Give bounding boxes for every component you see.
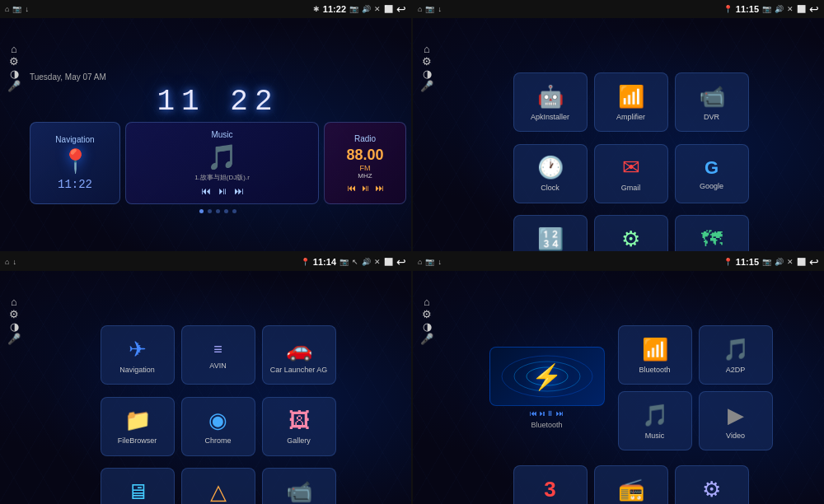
app-google[interactable]: G Google — [675, 144, 749, 203]
window-icon[interactable]: ⬜ — [384, 5, 393, 13]
dvr-icon-1: 📹 — [699, 84, 725, 110]
home-icon-2[interactable]: ⌂ — [418, 5, 422, 13]
camera-icon[interactable]: 📷 — [12, 5, 21, 13]
download-icon-3[interactable]: ↓ — [12, 258, 16, 266]
download-icon-2[interactable]: ↓ — [438, 5, 442, 13]
app-dvr-1[interactable]: 📹 DVR — [675, 72, 749, 132]
download-icon[interactable]: ↓ — [25, 5, 29, 13]
dot-2[interactable] — [208, 209, 212, 213]
side-sliders-icon-4[interactable]: ⚙ — [422, 308, 432, 320]
back-icon-2[interactable]: ↩ — [809, 2, 819, 16]
window-icon-3[interactable]: ⬜ — [384, 258, 393, 266]
app-apkinstaller[interactable]: 🤖 ApkInstaller — [513, 72, 588, 132]
nav-widget[interactable]: Navigation 📍 11:22 — [30, 122, 120, 204]
app-row-1: 🤖 ApkInstaller 📶 Amplifier 📹 DVR — [442, 72, 819, 132]
close-icon-3[interactable]: ✕ — [374, 258, 381, 266]
side-sliders-icon-2[interactable]: ⚙ — [422, 55, 432, 68]
side-home-icon[interactable]: ⌂ — [11, 43, 17, 55]
dot-1[interactable] — [199, 209, 204, 213]
side-mic-icon[interactable]: 🎤 — [7, 80, 21, 92]
radio-play-icon[interactable]: ⏯ — [361, 183, 370, 193]
app-label-google: Google — [700, 182, 723, 190]
close-icon-4[interactable]: ✕ — [787, 258, 794, 266]
camera2-icon-4[interactable]: 📷 — [762, 258, 771, 266]
volume-icon[interactable]: 🔊 — [362, 5, 371, 13]
bt-large-widget[interactable]: ⚡ — [489, 347, 605, 406]
app-dvr-2[interactable]: 📹 DVR — [262, 468, 336, 504]
camera-icon-3[interactable]: 📷 — [339, 258, 349, 266]
side-mic-icon-4[interactable]: 🎤 — [420, 333, 433, 345]
side-contrast-icon-4[interactable]: ◑ — [423, 320, 432, 333]
home-icon[interactable]: ⌂ — [5, 5, 9, 13]
app-radio[interactable]: 📻 Radio — [594, 465, 668, 504]
app-settings[interactable]: ⚙ Settings — [675, 465, 749, 504]
volume-icon-4[interactable]: 🔊 — [775, 258, 784, 266]
radio-next-icon[interactable]: ⏭ — [375, 183, 384, 193]
radio-icon: 📻 — [618, 477, 644, 502]
back-icon[interactable]: ↩ — [396, 2, 406, 16]
side-mic-icon-3[interactable]: 🎤 — [7, 333, 21, 345]
status-time-4: 11:15 — [736, 257, 759, 267]
app-calculator[interactable]: 🔢 Calculator — [513, 215, 588, 251]
app-chrome[interactable]: ◉ Chrome — [181, 397, 255, 456]
dot-3[interactable] — [216, 209, 220, 213]
next-icon[interactable]: ⏭ — [234, 185, 244, 197]
camera-icon-2[interactable]: 📷 — [425, 5, 434, 13]
radio-prev-icon[interactable]: ⏮ — [347, 183, 356, 193]
window-icon-2[interactable]: ⬜ — [797, 5, 806, 13]
bt-widget-label: Bluetooth — [531, 421, 562, 429]
dot-4[interactable] — [224, 209, 228, 213]
side-contrast-icon[interactable]: ◑ — [10, 68, 19, 80]
side-sliders-icon-3[interactable]: ⚙ — [9, 308, 19, 320]
app-carlauncher[interactable]: 🚗 Car Launcher AG — [262, 325, 336, 385]
back-icon-3[interactable]: ↩ — [396, 255, 406, 268]
app-video[interactable]: ▶ Video — [699, 391, 773, 450]
app-filebrowser[interactable]: 📁 FileBrowser — [101, 397, 175, 456]
app-maps[interactable]: 🗺 Maps — [675, 215, 749, 251]
home-icon-4[interactable]: ⌂ — [418, 258, 422, 266]
app-gallery[interactable]: 🖼 Gallery — [262, 397, 336, 456]
close-icon[interactable]: ✕ — [374, 5, 381, 13]
home-icon-3[interactable]: ⌂ — [5, 258, 9, 266]
camera-icon-4[interactable]: 📷 — [425, 258, 434, 266]
app-avin[interactable]: ≡ AVIN — [181, 325, 255, 385]
close-icon-2[interactable]: ✕ — [787, 5, 794, 13]
dot-5[interactable] — [232, 209, 236, 213]
side-sliders-icon[interactable]: ⚙ — [9, 55, 19, 68]
app-dab[interactable]: △ DAB+ — [181, 468, 255, 504]
app-amplifier[interactable]: 📶 Amplifier — [594, 72, 668, 132]
camera2-icon-2[interactable]: 📷 — [762, 5, 771, 13]
window-icon-4[interactable]: ⬜ — [797, 258, 806, 266]
app-clock[interactable]: 🕐 Clock — [513, 144, 588, 203]
app-music[interactable]: 🎵 Music — [618, 391, 692, 450]
side-nav-3: ⌂ ⚙ ◑ 🎤 — [5, 296, 23, 345]
side-contrast-icon-2[interactable]: ◑ — [423, 68, 432, 80]
side-home-icon-3[interactable]: ⌂ — [11, 296, 17, 308]
clock-display: 11 22 — [30, 85, 406, 119]
volume-icon-3[interactable]: 🔊 — [362, 258, 371, 266]
radio-band: FM — [360, 164, 371, 172]
app-gmail[interactable]: ✉ Gmail — [594, 144, 668, 203]
prev-icon[interactable]: ⏮ — [201, 185, 211, 197]
app-tpms[interactable]: ⚙ TPMS — [594, 215, 668, 251]
app-calendar[interactable]: 3 Calendar — [513, 465, 588, 504]
back-icon-4[interactable]: ↩ — [809, 255, 819, 268]
play-icon[interactable]: ⏯ — [218, 185, 227, 197]
app-a2dp[interactable]: 🎵 A2DP — [699, 325, 773, 385]
side-contrast-icon-3[interactable]: ◑ — [10, 320, 19, 333]
app-label-video: Video — [726, 432, 745, 440]
volume-icon-2[interactable]: 🔊 — [775, 5, 784, 13]
app-bluetooth[interactable]: 📶 Bluetooth — [618, 325, 692, 385]
radio-widget[interactable]: Radio 88.00 FM MHZ ⏮ ⏯ ⏭ — [324, 122, 406, 204]
avin-icon: ≡ — [213, 341, 222, 358]
side-home-icon-4[interactable]: ⌂ — [424, 296, 430, 308]
camera2-icon[interactable]: 📷 — [349, 5, 358, 13]
side-home-icon-2[interactable]: ⌂ — [424, 43, 430, 55]
app-row-5: 📁 FileBrowser ◉ Chrome 🖼 Gallery — [30, 397, 406, 456]
music-widget[interactable]: Music 🎵 1.故事与妲(DJ版).r ⏮ ⏯ ⏭ — [125, 122, 319, 204]
download-icon-4[interactable]: ↓ — [438, 258, 442, 266]
nav-widget-title: Navigation — [55, 135, 94, 144]
side-mic-icon-2[interactable]: 🎤 — [420, 80, 433, 92]
app-navigation[interactable]: ✈ Navigation — [101, 325, 175, 385]
app-easyconnection[interactable]: 🖥 EasyConnection — [101, 468, 175, 504]
